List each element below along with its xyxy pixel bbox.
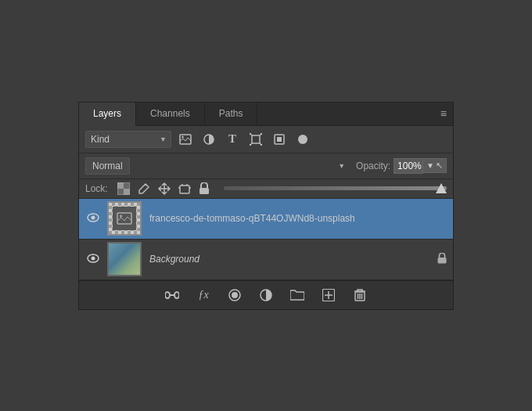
svg-rect-10 xyxy=(250,144,251,146)
new-group-icon[interactable] xyxy=(288,286,307,305)
svg-point-1 xyxy=(182,135,183,137)
lock-label: Lock: xyxy=(85,183,108,194)
blend-opacity-row: Normal ▼ Opacity: 100% ▼ ↖ xyxy=(79,153,453,179)
blend-mode-select[interactable]: Normal xyxy=(85,157,130,175)
cursor-indicator: ↖ xyxy=(436,160,443,171)
svg-rect-33 xyxy=(438,258,447,264)
svg-point-37 xyxy=(232,292,238,298)
svg-point-32 xyxy=(92,257,95,261)
svg-rect-26 xyxy=(200,188,209,194)
svg-rect-34 xyxy=(165,292,170,298)
new-adjustment-icon[interactable] xyxy=(257,286,275,305)
svg-line-20 xyxy=(144,184,146,186)
opacity-dropdown-btn[interactable]: ▼ ↖ xyxy=(423,158,447,173)
new-layer-icon[interactable] xyxy=(319,286,338,305)
layer-visibility-toggle[interactable] xyxy=(85,212,101,225)
filter-shape-icon[interactable] xyxy=(248,132,264,147)
lock-artboard-icon[interactable] xyxy=(178,182,191,195)
tab-paths[interactable]: Paths xyxy=(205,103,258,125)
opacity-label: Opacity: xyxy=(356,160,390,171)
tab-layers[interactable]: Layers xyxy=(79,103,136,126)
panel-menu-icon[interactable]: ≡ xyxy=(440,107,447,120)
svg-rect-3 xyxy=(252,135,260,143)
svg-point-28 xyxy=(92,216,95,220)
filter-adjustment-icon[interactable] xyxy=(201,132,217,147)
blend-mode-wrapper: Normal ▼ xyxy=(85,157,350,175)
link-layers-icon[interactable] xyxy=(163,286,182,305)
fill-slider-thumb xyxy=(436,183,447,193)
filter-toolbar: T xyxy=(178,132,311,147)
layer-lock-icon xyxy=(437,253,447,266)
svg-rect-21 xyxy=(180,186,189,193)
svg-rect-16 xyxy=(124,189,130,195)
layer-row[interactable]: francesco-de-tommaso-qBT44OJWNd8-unsplas… xyxy=(79,199,453,240)
kind-select[interactable]: Kind xyxy=(85,131,171,148)
tab-channels[interactable]: Channels xyxy=(136,103,205,125)
svg-rect-15 xyxy=(117,182,124,189)
layer-visibility-toggle[interactable] xyxy=(85,253,101,265)
lock-image-pixels-icon[interactable] xyxy=(138,182,150,195)
delete-layer-icon[interactable] xyxy=(350,286,369,305)
kind-select-wrapper: Kind ▼ xyxy=(85,131,171,148)
layer-name: Background xyxy=(149,254,437,265)
opacity-chevron-icon: ▼ xyxy=(426,161,434,170)
opacity-input-wrap: 100% ▼ ↖ xyxy=(394,158,447,174)
filter-smart-icon[interactable] xyxy=(271,132,287,147)
lock-row: Lock: xyxy=(79,179,453,199)
svg-point-14 xyxy=(298,135,307,144)
lock-all-icon[interactable] xyxy=(199,182,210,195)
svg-point-30 xyxy=(120,215,122,218)
layer-thumbnail xyxy=(107,201,142,236)
svg-rect-13 xyxy=(277,137,282,142)
filter-solid-icon[interactable] xyxy=(295,132,311,147)
layers-list: francesco-de-tommaso-qBT44OJWNd8-unsplas… xyxy=(79,199,453,280)
effects-icon[interactable]: ƒx xyxy=(194,286,213,305)
opacity-value[interactable]: 100% xyxy=(394,158,423,174)
tab-bar: Layers Channels Paths ≡ xyxy=(79,103,453,126)
add-mask-icon[interactable] xyxy=(225,286,244,305)
opacity-group: Opacity: 100% ▼ ↖ xyxy=(356,158,447,174)
svg-rect-8 xyxy=(250,133,251,135)
filter-image-icon[interactable] xyxy=(178,132,193,147)
svg-rect-35 xyxy=(174,292,179,298)
svg-rect-17 xyxy=(124,182,130,189)
layer-name: francesco-de-tommaso-qBT44OJWNd8-unsplas… xyxy=(149,213,447,224)
blend-chevron-icon: ▼ xyxy=(338,162,345,170)
layer-row[interactable]: Background xyxy=(79,240,453,280)
lock-transparent-icon[interactable] xyxy=(117,182,130,195)
lock-position-icon[interactable] xyxy=(158,182,171,195)
svg-rect-18 xyxy=(117,189,124,195)
svg-rect-9 xyxy=(261,133,262,135)
svg-rect-11 xyxy=(261,144,262,146)
lock-icons-group xyxy=(117,182,210,195)
kind-row: Kind ▼ xyxy=(79,126,453,153)
layer-thumbnail xyxy=(107,242,142,276)
bottom-toolbar: ƒx xyxy=(79,280,453,309)
filter-type-icon[interactable]: T xyxy=(225,132,240,147)
fill-slider-area[interactable] xyxy=(224,183,447,194)
